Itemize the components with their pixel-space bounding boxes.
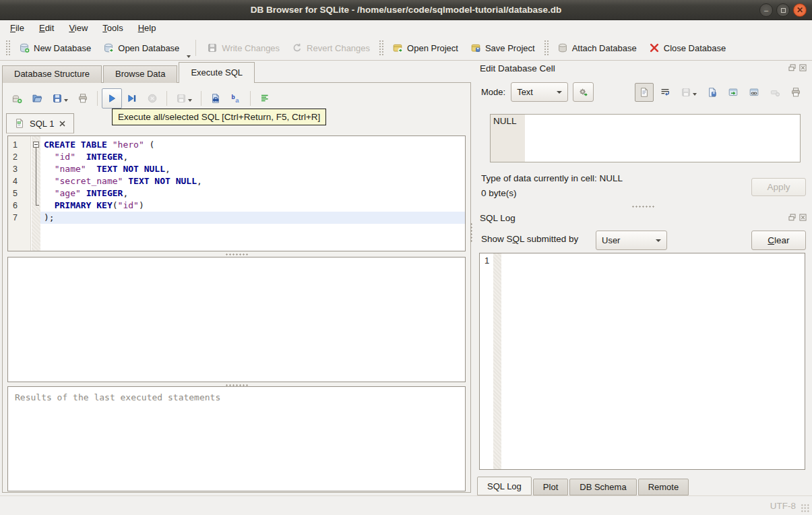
code-text: "secret_name" TEXT NOT NULL, (40, 175, 465, 187)
cell-mode-row: Mode: Text (481, 82, 807, 102)
line-number: 7 (8, 212, 32, 224)
open-external-button[interactable] (724, 83, 743, 102)
chevron-down-icon[interactable] (187, 55, 191, 58)
cell-editor-content[interactable] (525, 115, 800, 162)
print-cell-icon (790, 87, 801, 98)
close-database-button[interactable]: Close Database (643, 39, 732, 57)
float-icon[interactable] (788, 63, 797, 72)
mode-select-value: Text (517, 87, 533, 97)
float-icon[interactable] (788, 213, 797, 222)
tab-database-structure[interactable]: Database Structure (2, 65, 102, 83)
save-project-button[interactable]: Save Project (464, 39, 541, 57)
tab-browse-data[interactable]: Browse Data (103, 65, 177, 83)
export-data-button[interactable] (703, 83, 722, 102)
open-url-icon (749, 87, 759, 98)
toolbar-handle[interactable] (5, 40, 10, 56)
log-filter-select[interactable]: User (596, 231, 667, 250)
fold-collapse-icon[interactable] (33, 142, 39, 148)
code-line: 3 "name" TEXT NOT NULL, (8, 163, 465, 175)
sql-tab-label: SQL 1 (30, 119, 54, 129)
menu-tools[interactable]: Tools (95, 21, 130, 35)
close-icon: ✕ (797, 6, 803, 14)
cell-editor-toolbar (635, 83, 807, 102)
execute-all-button[interactable] (102, 88, 122, 109)
new-database-button[interactable]: New Database (13, 39, 97, 57)
toolbar-handle[interactable] (544, 40, 549, 56)
sql-log-view[interactable]: 1 (479, 253, 805, 470)
save-project-label: Save Project (485, 43, 535, 53)
chevron-down-icon (64, 99, 68, 102)
cell-size-info: 0 byte(s) (481, 188, 517, 198)
results-table-pane (7, 257, 466, 382)
chevron-down-icon (557, 91, 562, 94)
splitter-docks[interactable] (631, 205, 654, 208)
titlebar[interactable]: DB Browser for SQLite - /home/user/code/… (0, 0, 812, 20)
clear-log-button[interactable]: Clear (751, 231, 806, 250)
menu-file[interactable]: File (3, 21, 32, 35)
revert-changes-button: Revert Changes (286, 39, 376, 57)
open-database-button[interactable]: Open Database (97, 39, 185, 57)
line-number: 2 (8, 151, 32, 163)
open-project-label: Open Project (407, 43, 458, 53)
save-results-icon (176, 93, 187, 104)
execute-line-icon (127, 93, 137, 104)
dock-close-icon[interactable] (799, 63, 807, 72)
save-sql-file-button[interactable] (47, 88, 73, 109)
fold-marker (32, 163, 40, 175)
edit-cell-dock-buttons (788, 63, 807, 72)
menu-view[interactable]: View (61, 21, 95, 35)
minimize-button[interactable]: – (759, 3, 773, 17)
toolbar-separator (166, 91, 167, 106)
dock-tab-db-schema[interactable]: DB Schema (569, 479, 636, 495)
svg-text:a: a (235, 96, 239, 104)
print-cell-button[interactable] (786, 83, 805, 102)
dock-close-icon[interactable] (799, 213, 807, 222)
mode-select[interactable]: Text (511, 82, 568, 102)
word-wrap-button[interactable] (656, 83, 675, 102)
cell-editor[interactable]: NULL (490, 114, 801, 162)
dock-tab-plot[interactable]: Plot (533, 479, 568, 495)
encoding-indicator[interactable]: UTF-8 (770, 501, 796, 511)
code-line: 4 "secret_name" TEXT NOT NULL, (8, 175, 465, 187)
new-tab-button[interactable] (7, 88, 27, 109)
auto-complete-button[interactable]: ba (226, 88, 246, 109)
dock-column: Edit Database Cell Mode: Text NULL Type … (473, 61, 812, 495)
chevron-down-icon (656, 239, 661, 242)
menu-edit[interactable]: Edit (32, 21, 61, 35)
save-project-icon (470, 42, 481, 53)
maximize-button[interactable] (776, 3, 790, 17)
close-button[interactable]: ✕ (793, 3, 807, 17)
tab-execute-sql[interactable]: Execute SQL (179, 62, 255, 83)
code-text: "age" INTEGER, (40, 187, 465, 200)
mode-apply-button[interactable] (573, 82, 594, 102)
fold-marker[interactable] (32, 139, 40, 151)
toolbar-handle[interactable] (379, 40, 383, 56)
toolbar-separator (97, 91, 98, 106)
execute-all-icon (106, 93, 117, 104)
open-sql-file-button[interactable] (27, 88, 47, 109)
attach-database-button[interactable]: Attach Database (551, 39, 643, 57)
print-button[interactable] (73, 88, 93, 109)
resize-grip[interactable] (801, 504, 810, 513)
menu-help[interactable]: Help (131, 21, 164, 35)
save-results-button (171, 88, 197, 109)
close-database-label: Close Database (664, 43, 726, 53)
sql-log-title: SQL Log (480, 213, 516, 223)
sql-editor-tab[interactable]: SQL 1 (6, 113, 74, 133)
execute-line-button[interactable] (122, 88, 142, 109)
word-wrap-icon (660, 87, 670, 98)
open-url-button[interactable] (745, 83, 763, 102)
toolbar-separator (250, 91, 251, 106)
sql-code-editor[interactable]: 1CREATE TABLE "hero" (2 "id" INTEGER,3 "… (7, 135, 466, 251)
find-replace-button[interactable] (206, 88, 226, 109)
auto-complete-icon: ba (230, 93, 241, 104)
code-line: 2 "id" INTEGER, (8, 151, 465, 163)
splitter-editor-results[interactable] (225, 253, 248, 256)
tab-close-icon[interactable] (59, 120, 66, 127)
text-view-button[interactable] (635, 83, 654, 102)
open-project-button[interactable]: Open Project (386, 39, 464, 57)
dock-tab-sql-log[interactable]: SQL Log (477, 477, 532, 495)
format-sql-button[interactable] (255, 88, 275, 109)
code-line: 1CREATE TABLE "hero" ( (8, 139, 465, 151)
dock-tab-remote[interactable]: Remote (638, 479, 689, 495)
